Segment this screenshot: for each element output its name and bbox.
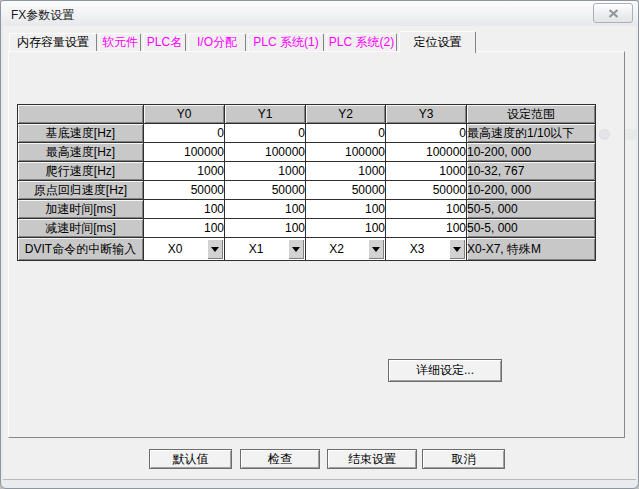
dropdown-arrow-glyph — [453, 247, 461, 252]
dropdown-arrow-glyph — [211, 247, 219, 252]
title-bar: FX参数设置 — [1, 1, 638, 26]
param-value-cell[interactable]: 100000 — [225, 143, 306, 162]
check-button[interactable]: 检查 — [240, 449, 320, 469]
tab-bar: 内存容量设置软元件PLC名I/O分配PLC 系统(1)PLC 系统(2)定位设置 — [9, 31, 478, 51]
dvit-cell-y3: X3 — [386, 238, 467, 261]
column-header-3: Y2 — [306, 105, 386, 124]
row-label: 基底速度[Hz] — [18, 124, 144, 143]
param-table: Y0Y1Y2Y3设定范围基底速度[Hz]0000最高速度的1/10以下最高速度[… — [17, 104, 596, 261]
dvit-combobox-y2[interactable]: X2 — [306, 238, 385, 260]
tab-item-2[interactable]: PLC名 — [143, 33, 186, 51]
setting-range-cell: 10-200, 000 — [467, 181, 596, 200]
param-value-cell[interactable]: 100 — [386, 219, 467, 238]
param-value-cell[interactable]: 100 — [225, 200, 306, 219]
ghost-artifact — [625, 129, 637, 140]
setting-range-cell: 50-5, 000 — [467, 200, 596, 219]
column-header-1: Y0 — [144, 105, 225, 124]
row-label: 最高速度[Hz] — [18, 143, 144, 162]
row-label: DVIT命令的中断输入 — [18, 238, 144, 261]
row-label: 减速时间[ms] — [18, 219, 144, 238]
setting-range-cell: 10-32, 767 — [467, 162, 596, 181]
row-label: 爬行速度[Hz] — [18, 162, 144, 181]
finish-setting-button[interactable]: 结束设置 — [327, 449, 417, 469]
window-title: FX参数设置 — [11, 7, 74, 24]
tab-item-4[interactable]: PLC 系统(1) — [248, 33, 324, 51]
param-value-cell[interactable]: 0 — [386, 124, 467, 143]
cancel-button[interactable]: 取消 — [422, 449, 505, 469]
param-value-cell[interactable]: 0 — [225, 124, 306, 143]
column-header-4: Y3 — [386, 105, 467, 124]
dvit-cell-y0: X0 — [144, 238, 225, 261]
param-value-cell[interactable]: 100 — [225, 219, 306, 238]
tab-item-0[interactable]: 内存容量设置 — [9, 33, 97, 51]
param-value-cell[interactable]: 100 — [144, 219, 225, 238]
table-row: 爬行速度[Hz]100010001000100010-32, 767 — [18, 162, 596, 181]
setting-range-cell: 10-200, 000 — [467, 143, 596, 162]
tab-item-6[interactable]: 定位设置 — [399, 31, 476, 53]
table-row: DVIT命令的中断输入X0X1X2X3X0-X7, 特殊M — [18, 238, 596, 261]
param-value-cell[interactable]: 100 — [144, 200, 225, 219]
row-label: 原点回归速度[Hz] — [18, 181, 144, 200]
dvit-cell-y2: X2 — [306, 238, 386, 261]
row-label: 加速时间[ms] — [18, 200, 144, 219]
table-row: 基底速度[Hz]0000最高速度的1/10以下 — [18, 124, 596, 143]
param-value-cell[interactable]: 1000 — [386, 162, 467, 181]
table-row: 减速时间[ms]10010010010050-5, 000 — [18, 219, 596, 238]
param-value-cell[interactable]: 50000 — [386, 181, 467, 200]
table-row: 原点回归速度[Hz]5000050000500005000010-200, 00… — [18, 181, 596, 200]
tab-item-5[interactable]: PLC 系统(2) — [326, 33, 397, 51]
param-value-cell[interactable]: 100000 — [144, 143, 225, 162]
table-row: 最高速度[Hz]10000010000010000010000010-200, … — [18, 143, 596, 162]
table-row: 加速时间[ms]10010010010050-5, 000 — [18, 200, 596, 219]
dialog-client-area: 内存容量设置软元件PLC名I/O分配PLC 系统(1)PLC 系统(2)定位设置… — [3, 26, 636, 479]
dvit-cell-y1: X1 — [225, 238, 306, 261]
tab-item-1[interactable]: 软元件 — [99, 33, 141, 51]
param-value-cell[interactable]: 1000 — [306, 162, 386, 181]
dvit-combobox-y0[interactable]: X0 — [144, 238, 224, 260]
combobox-value: X3 — [386, 238, 448, 260]
param-value-cell[interactable]: 100 — [386, 200, 467, 219]
param-value-cell[interactable]: 0 — [306, 124, 386, 143]
combobox-value: X0 — [144, 238, 206, 260]
chevron-down-icon[interactable] — [449, 239, 465, 259]
param-value-cell[interactable]: 100 — [306, 200, 386, 219]
param-value-cell[interactable]: 50000 — [144, 181, 225, 200]
param-value-cell[interactable]: 100000 — [306, 143, 386, 162]
param-value-cell[interactable]: 100000 — [386, 143, 467, 162]
param-value-cell[interactable]: 100 — [306, 219, 386, 238]
setting-range-cell: 50-5, 000 — [467, 219, 596, 238]
fx-parameter-dialog: FX参数设置 内存容量设置软元件PLC名I/O分配PLC 系统(1)PLC 系统… — [0, 0, 639, 489]
detail-settings-button[interactable]: 详细设定... — [388, 359, 502, 382]
dropdown-arrow-glyph — [372, 247, 380, 252]
column-header-0 — [18, 105, 144, 124]
combobox-value: X2 — [306, 238, 367, 260]
dropdown-arrow-glyph — [292, 247, 300, 252]
ghost-artifact — [599, 129, 610, 140]
tab-item-3[interactable]: I/O分配 — [188, 33, 246, 51]
default-button[interactable]: 默认值 — [149, 449, 232, 469]
setting-range-cell: X0-X7, 特殊M — [467, 238, 596, 261]
combobox-value: X1 — [225, 238, 287, 260]
column-header-2: Y1 — [225, 105, 306, 124]
param-value-cell[interactable]: 50000 — [225, 181, 306, 200]
param-value-cell[interactable]: 1000 — [225, 162, 306, 181]
column-header-5: 设定范围 — [467, 105, 596, 124]
chevron-down-icon[interactable] — [207, 239, 223, 259]
param-value-cell[interactable]: 1000 — [144, 162, 225, 181]
chevron-down-icon[interactable] — [288, 239, 304, 259]
setting-range-cell: 最高速度的1/10以下 — [467, 124, 596, 143]
dvit-combobox-y3[interactable]: X3 — [386, 238, 466, 260]
chevron-down-icon[interactable] — [368, 239, 384, 259]
param-value-cell[interactable]: 50000 — [306, 181, 386, 200]
param-value-cell[interactable]: 0 — [144, 124, 225, 143]
close-button[interactable] — [593, 3, 633, 23]
close-icon — [608, 9, 619, 18]
dvit-combobox-y1[interactable]: X1 — [225, 238, 305, 260]
